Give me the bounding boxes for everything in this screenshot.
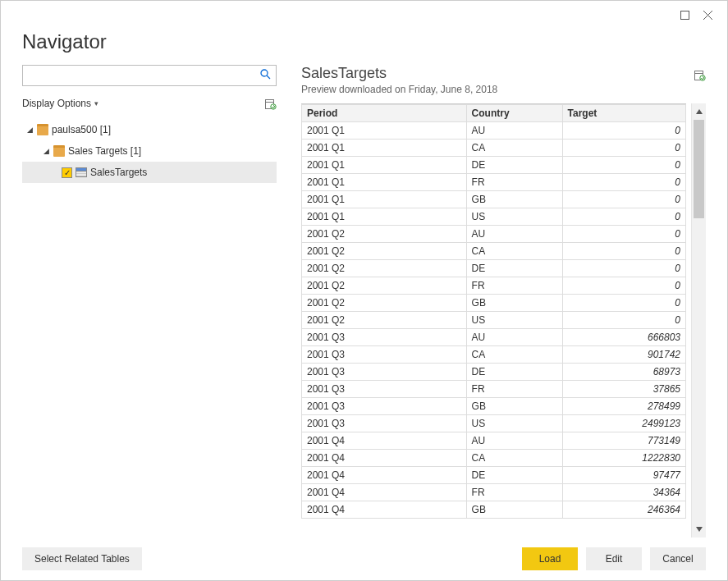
scroll-down-arrow[interactable] xyxy=(692,521,706,538)
table-row[interactable]: 2001 Q4CA1222830 xyxy=(302,450,686,467)
column-header-period[interactable]: Period xyxy=(302,105,467,122)
table-row[interactable]: 2001 Q2FR0 xyxy=(302,277,686,295)
navigator-dialog: Navigator Display Options ▾ xyxy=(0,0,728,581)
dialog-title: Navigator xyxy=(22,30,706,53)
cell-target: 0 xyxy=(562,312,685,329)
maximize-button[interactable] xyxy=(673,6,696,24)
cell-target: 37865 xyxy=(562,381,685,398)
cell-country: US xyxy=(466,415,562,432)
cell-period: 2001 Q4 xyxy=(302,467,467,484)
table-row[interactable]: 2001 Q1US0 xyxy=(302,208,686,226)
cell-country: DE xyxy=(466,467,562,484)
title-bar xyxy=(1,1,727,30)
cell-target: 0 xyxy=(562,140,685,157)
cell-country: FR xyxy=(466,381,562,398)
table-row[interactable]: 2001 Q1CA0 xyxy=(302,140,686,157)
nav-tree: ◢ paulsa500 [1] ◢ Sales Targets [1] ✓ Sa… xyxy=(22,119,277,183)
select-related-tables-button[interactable]: Select Related Tables xyxy=(22,547,142,570)
refresh-button[interactable] xyxy=(263,97,277,110)
cancel-button[interactable]: Cancel xyxy=(650,547,706,570)
cell-target: 0 xyxy=(562,243,685,260)
cell-period: 2001 Q1 xyxy=(302,191,467,208)
cell-period: 2001 Q1 xyxy=(302,140,467,157)
tree-node-label: paulsa500 [1] xyxy=(52,124,111,135)
table-row[interactable]: 2001 Q2CA0 xyxy=(302,243,686,260)
vertical-scrollbar[interactable] xyxy=(691,103,706,538)
search-box[interactable] xyxy=(22,65,277,86)
table-row[interactable]: 2001 Q4FR34364 xyxy=(302,484,686,501)
cell-period: 2001 Q3 xyxy=(302,346,467,364)
left-panel: Display Options ▾ ◢ paulsa500 [1] xyxy=(22,65,277,538)
cell-period: 2001 Q2 xyxy=(302,243,467,260)
cell-country: CA xyxy=(466,450,562,467)
search-icon[interactable] xyxy=(260,69,271,82)
svg-marker-11 xyxy=(696,109,703,114)
table-row[interactable]: 2001 Q2GB0 xyxy=(302,295,686,312)
close-button[interactable] xyxy=(696,6,719,24)
table-row[interactable]: 2001 Q2AU0 xyxy=(302,226,686,243)
cell-country: AU xyxy=(466,432,562,450)
tree-node-root[interactable]: ◢ paulsa500 [1] xyxy=(22,119,277,140)
cell-target: 0 xyxy=(562,295,685,312)
table-row[interactable]: 2001 Q2US0 xyxy=(302,312,686,329)
table-row[interactable]: 2001 Q4AU773149 xyxy=(302,432,686,450)
cell-period: 2001 Q1 xyxy=(302,208,467,226)
scroll-thumb[interactable] xyxy=(694,120,704,218)
table-row[interactable]: 2001 Q2DE0 xyxy=(302,260,686,277)
table-row[interactable]: 2001 Q1FR0 xyxy=(302,174,686,191)
column-header-target[interactable]: Target xyxy=(562,105,685,122)
table-row[interactable]: 2001 Q3DE68973 xyxy=(302,364,686,381)
cell-country: DE xyxy=(466,364,562,381)
table-row[interactable]: 2001 Q4DE97477 xyxy=(302,467,686,484)
cell-country: GB xyxy=(466,501,562,519)
cell-target: 0 xyxy=(562,277,685,295)
svg-point-7 xyxy=(270,103,275,108)
tree-node-label: SalesTargets xyxy=(90,167,147,178)
column-header-country[interactable]: Country xyxy=(466,105,562,122)
cell-country: CA xyxy=(466,346,562,364)
table-icon xyxy=(76,167,87,177)
preview-refresh-button[interactable] xyxy=(693,68,706,81)
cell-target: 901742 xyxy=(562,346,685,364)
cell-target: 0 xyxy=(562,191,685,208)
preview-table: Period Country Target 2001 Q1AU02001 Q1C… xyxy=(301,104,686,519)
collapse-icon[interactable]: ◢ xyxy=(42,147,50,155)
table-row[interactable]: 2001 Q4GB246364 xyxy=(302,501,686,519)
table-row[interactable]: 2001 Q1DE0 xyxy=(302,157,686,174)
display-options-label: Display Options xyxy=(22,98,91,109)
close-icon xyxy=(703,11,712,20)
cell-target: 666803 xyxy=(562,329,685,346)
table-row[interactable]: 2001 Q3US2499123 xyxy=(302,415,686,432)
cell-period: 2001 Q2 xyxy=(302,226,467,243)
cell-country: CA xyxy=(466,243,562,260)
table-header-row: Period Country Target xyxy=(302,105,686,122)
cell-period: 2001 Q4 xyxy=(302,450,467,467)
cell-country: GB xyxy=(466,191,562,208)
load-button[interactable]: Load xyxy=(522,547,578,570)
table-row[interactable]: 2001 Q3FR37865 xyxy=(302,381,686,398)
table-row[interactable]: 2001 Q1AU0 xyxy=(302,122,686,140)
cell-country: GB xyxy=(466,398,562,415)
table-row[interactable]: 2001 Q3CA901742 xyxy=(302,346,686,364)
collapse-icon[interactable]: ◢ xyxy=(25,126,34,134)
display-options-button[interactable]: Display Options ▾ xyxy=(22,98,98,109)
cell-country: AU xyxy=(466,122,562,140)
checkbox-checked[interactable]: ✓ xyxy=(62,167,72,178)
cell-target: 0 xyxy=(562,174,685,191)
tree-node-folder[interactable]: ◢ Sales Targets [1] xyxy=(22,140,277,162)
cell-period: 2001 Q3 xyxy=(302,381,467,398)
preview-title: SalesTargets xyxy=(301,65,497,82)
table-row[interactable]: 2001 Q3GB278499 xyxy=(302,398,686,415)
search-input[interactable] xyxy=(28,69,260,82)
cell-country: CA xyxy=(466,140,562,157)
edit-button[interactable]: Edit xyxy=(586,547,642,570)
cell-target: 0 xyxy=(562,226,685,243)
tree-node-table[interactable]: ✓ SalesTargets xyxy=(22,162,277,183)
cell-period: 2001 Q1 xyxy=(302,157,467,174)
dialog-footer: Select Related Tables Load Edit Cancel xyxy=(1,538,727,580)
table-row[interactable]: 2001 Q1GB0 xyxy=(302,191,686,208)
scroll-up-arrow[interactable] xyxy=(692,103,706,120)
cell-target: 0 xyxy=(562,260,685,277)
table-row[interactable]: 2001 Q3AU666803 xyxy=(302,329,686,346)
scroll-track[interactable] xyxy=(692,120,706,521)
